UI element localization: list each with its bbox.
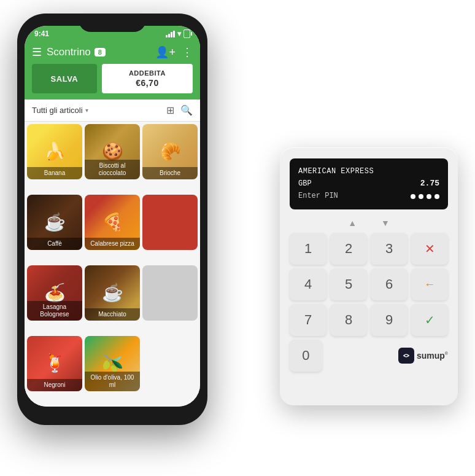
nav-down-button[interactable]: ▼: [381, 218, 390, 228]
pizza-label: Calabrese pizza: [85, 238, 140, 250]
menu-icon[interactable]: ☰: [32, 45, 42, 59]
olio-food-icon: 🫒: [102, 355, 123, 372]
addebita-amount: €6,70: [102, 77, 193, 88]
nav-up-button[interactable]: ▲: [348, 218, 357, 228]
status-time: 9:41: [34, 29, 49, 38]
nav-arrows-row: ▲ ▼: [290, 218, 448, 228]
phone-screen: 9:41 ▾ ☰: [25, 26, 200, 407]
display-row-amount: GBP 2.75: [298, 178, 439, 190]
scene: 9:41 ▾ ☰: [0, 0, 475, 476]
status-icons: ▾: [166, 29, 190, 38]
filter-label: Tutti gli articoli: [32, 106, 83, 115]
product-placeholder: [142, 265, 198, 321]
pin-dot-1: [411, 194, 415, 199]
sumup-icon: [398, 348, 414, 364]
pin-dot-3: [427, 194, 431, 199]
olio-label: Olio d'oliva, 100 ml: [85, 372, 140, 391]
lasagna-food-icon: 🍝: [44, 284, 66, 302]
product-macchiato[interactable]: ☕ Macchiato: [85, 265, 140, 321]
biscotti-food-icon: 🍪: [102, 143, 123, 160]
keypad: ▲ ▼ 1 2 3 ✕ 4 5 6 ← 7 8 9 ✓ 0 sumup®: [290, 218, 448, 396]
addebita-label: ADDEBITA: [102, 69, 193, 77]
battery-icon: [183, 29, 190, 38]
pin-dot-4: [434, 194, 439, 199]
key-7[interactable]: 7: [290, 304, 326, 336]
toolbar-badge: 8: [95, 48, 106, 57]
add-person-icon[interactable]: 👤+: [155, 45, 176, 59]
pin-dot-2: [419, 194, 423, 199]
display-row-card: AMERICAN EXPRESS: [298, 166, 439, 178]
action-buttons: SALVA ADDEBITA €6,70: [25, 64, 200, 99]
product-caffe[interactable]: ☕ Caffè: [27, 195, 82, 250]
macchiato-food-icon: ☕: [102, 284, 123, 302]
product-olio[interactable]: 🫒 Olio d'oliva, 100 ml: [85, 336, 140, 391]
category-filter[interactable]: Tutti gli articoli ▾: [32, 106, 161, 115]
display-amount: 2.75: [420, 178, 439, 190]
cancel-button[interactable]: ✕: [411, 233, 448, 265]
card-reader: AMERICAN EXPRESS GBP 2.75 Enter PIN ▲: [280, 147, 458, 405]
display-row-pin: Enter PIN: [298, 190, 439, 202]
key-4[interactable]: 4: [290, 268, 326, 300]
product-lasagna[interactable]: 🍝 Lasagna Bolognese: [27, 265, 82, 321]
product-grid: 🍌 Banana 🍪 Biscotti al cioccolato 🥐 Brio…: [25, 122, 200, 407]
banana-label: Banana: [27, 167, 82, 179]
reader-display: AMERICAN EXPRESS GBP 2.75 Enter PIN: [290, 158, 448, 209]
negroni-label: Negroni: [27, 379, 82, 391]
product-banana[interactable]: 🍌 Banana: [27, 124, 82, 179]
sumup-logo: sumup®: [398, 340, 448, 372]
key-0[interactable]: 0: [290, 340, 322, 372]
wifi-icon: ▾: [177, 29, 181, 38]
pin-dots: [411, 194, 439, 199]
product-pizza[interactable]: 🍕 Calabrese pizza: [85, 195, 140, 250]
key-1[interactable]: 1: [290, 233, 326, 265]
search-icon[interactable]: 🔍: [180, 104, 193, 116]
display-currency: GBP: [298, 178, 312, 190]
key-9[interactable]: 9: [371, 304, 407, 336]
negroni-food-icon: 🍹: [44, 355, 66, 372]
toolbar-actions: 👤+ ⋮: [155, 45, 193, 59]
pizza-food-icon: 🍕: [102, 214, 123, 231]
macchiato-label: Macchiato: [85, 308, 140, 321]
product-negroni[interactable]: 🍹 Negroni: [27, 336, 82, 391]
banana-food-icon: 🍌: [44, 143, 66, 160]
filter-bar: Tutti gli articoli ▾ ⊞ 🔍: [25, 99, 200, 122]
key-5[interactable]: 5: [330, 268, 367, 300]
backspace-button[interactable]: ←: [411, 268, 448, 300]
key-8[interactable]: 8: [330, 304, 367, 336]
toolbar-title-area: Scontrino 8: [47, 46, 150, 58]
lasagna-label: Lasagna Bolognese: [27, 301, 82, 321]
number-keys: 1 2 3 ✕ 4 5 6 ← 7 8 9 ✓: [290, 233, 448, 336]
brioche-food-icon: 🥐: [160, 143, 181, 160]
toolbar-title-text: Scontrino: [47, 46, 91, 58]
more-options-icon[interactable]: ⋮: [182, 45, 193, 59]
chevron-down-icon: ▾: [85, 107, 88, 114]
key-3[interactable]: 3: [371, 233, 407, 265]
biscotti-label: Biscotti al cioccolato: [85, 160, 140, 179]
phone-notch: [79, 14, 146, 32]
filter-action-icons: ⊞ 🔍: [166, 104, 193, 116]
app-toolbar: ☰ Scontrino 8 👤+ ⋮: [25, 41, 200, 64]
product-extra: [142, 195, 198, 250]
key-2[interactable]: 2: [330, 233, 367, 265]
key-row-bottom: 0 sumup®: [290, 340, 448, 372]
confirm-button[interactable]: ✓: [411, 304, 448, 336]
enter-pin-label: Enter PIN: [298, 190, 338, 202]
salva-button[interactable]: SALVA: [32, 64, 97, 93]
sumup-text: sumup®: [417, 351, 448, 361]
card-name: AMERICAN EXPRESS: [298, 166, 374, 178]
barcode-scan-icon[interactable]: ⊞: [166, 104, 174, 116]
signal-bars-icon: [166, 31, 175, 37]
addebita-button[interactable]: ADDEBITA €6,70: [102, 64, 193, 93]
product-biscotti[interactable]: 🍪 Biscotti al cioccolato: [85, 124, 140, 179]
product-brioche[interactable]: 🥐 Brioche: [142, 124, 198, 179]
caffe-label: Caffè: [27, 238, 82, 250]
phone: 9:41 ▾ ☰: [17, 14, 207, 425]
key-6[interactable]: 6: [371, 268, 407, 300]
caffe-food-icon: ☕: [44, 214, 66, 231]
brioche-label: Brioche: [142, 167, 198, 179]
